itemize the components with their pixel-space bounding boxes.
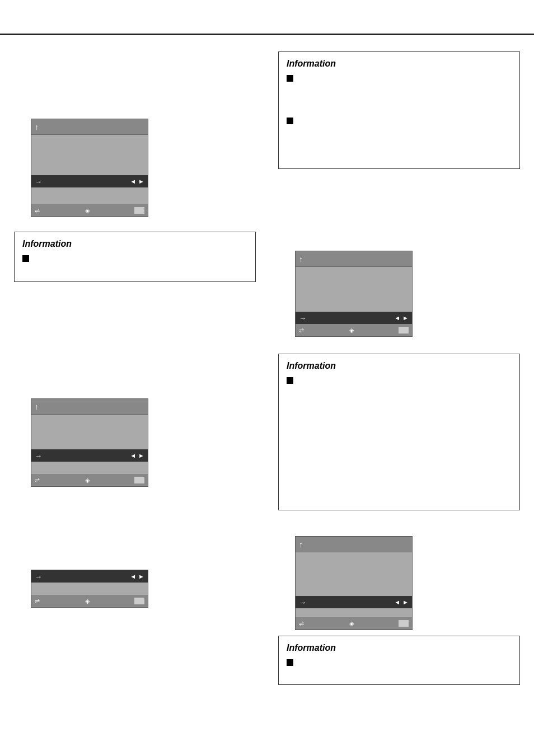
row2-right-spacer (278, 228, 520, 245)
ui-panel-5: ↑ → ◄ ► ⇌ ◈ (295, 536, 413, 630)
panel5-body (296, 552, 412, 596)
info-box-1: Information (278, 51, 520, 169)
panel3-right-arrow: → (35, 452, 42, 460)
row1-left-text (14, 46, 256, 113)
panel1-nav-left[interactable]: ◄ (130, 178, 136, 185)
info-box-3-bullet-square-1 (287, 377, 293, 384)
panel3-body (31, 415, 148, 449)
info-box-1-bullet-2 (287, 116, 512, 144)
panel4-bottom-bar: ⇌ ◈ (31, 595, 148, 607)
panel4-icon-swap: ⇌ (35, 598, 40, 605)
row3-left-text (14, 348, 256, 393)
panel1-icon-swap: ⇌ (35, 207, 40, 214)
panel5-nav-arrows: ◄ ► (394, 599, 409, 605)
ui-panel-1: ↑ → ◄ ► ⇌ ◈ (31, 119, 148, 217)
panel1-lower-body (31, 187, 148, 204)
panel3-top-bar: ↑ (31, 399, 148, 415)
panel4-icon-rect (134, 598, 144, 604)
panel2-nav-arrows: ◄ ► (394, 314, 409, 321)
panel1-nav-right[interactable]: ► (138, 178, 144, 185)
panel3-icon-dot: ◈ (85, 477, 90, 484)
info-box-1-bullet-square-1 (287, 75, 293, 82)
row4-left-spacer (14, 519, 256, 564)
info-box-3-title: Information (287, 361, 512, 371)
panel1-bottom-bar: ⇌ ◈ (31, 204, 148, 217)
ui-panel-2: ↑ → ◄ ► ⇌ ◈ (295, 251, 413, 337)
ui-panel-4: → ◄ ► ⇌ ◈ (31, 570, 148, 608)
row2-left: Information (8, 223, 261, 342)
row1-right: Information (273, 40, 526, 223)
panel3-bottom-bar: ⇌ ◈ (31, 474, 148, 486)
panel3-up-arrow: ↑ (35, 402, 39, 411)
info-box-1-title: Information (287, 59, 512, 69)
row3-left: ↑ → ◄ ► ⇌ ◈ (8, 342, 261, 514)
panel5-lower-body (296, 608, 412, 617)
panel4-lower-body (31, 583, 148, 595)
panel4-nav-left[interactable]: ◄ (130, 573, 136, 580)
panel4-nav-right[interactable]: ► (138, 573, 144, 580)
panel2-right-arrow: → (299, 314, 306, 322)
panel4-middle-bar: → ◄ ► (31, 570, 148, 583)
info-box-1-bullet-square-2 (287, 118, 293, 124)
panel5-icon-rect (399, 620, 409, 627)
panel2-nav-right[interactable]: ► (402, 314, 409, 321)
panel5-right-arrow: → (299, 598, 306, 607)
info-box-3: Information (278, 354, 520, 510)
info-box-1-bullet-1 (287, 73, 512, 96)
panel2-icon-dot: ◈ (349, 327, 354, 334)
row4-right: ↑ → ◄ ► ⇌ ◈ Information (273, 514, 526, 688)
panel5-nav-right[interactable]: ► (402, 599, 409, 605)
panel1-nav-arrows: ◄ ► (130, 178, 144, 185)
panel2-up-arrow: ↑ (299, 255, 303, 264)
panel2-body (296, 267, 412, 312)
info-box-4: Information (278, 636, 520, 685)
info-box-4-title: Information (287, 643, 512, 653)
ui-panel-3: ↑ → ◄ ► ⇌ ◈ (31, 398, 148, 487)
panel2-nav-left[interactable]: ◄ (394, 314, 400, 321)
panel2-icon-swap: ⇌ (299, 327, 304, 334)
panel2-bottom-bar: ⇌ ◈ (296, 324, 412, 336)
panel5-middle-bar: → ◄ ► (296, 596, 412, 608)
panel3-icon-swap: ⇌ (35, 477, 40, 484)
panel3-nav-arrows: ◄ ► (130, 452, 144, 459)
panel4-right-arrow: → (35, 572, 42, 581)
panel3-nav-right[interactable]: ► (138, 452, 144, 459)
info-box-1-spacer (287, 99, 512, 116)
panel4-nav-arrows: ◄ ► (130, 573, 144, 580)
panel3-nav-left[interactable]: ◄ (130, 452, 136, 459)
panel1-icon-rect (134, 207, 144, 214)
info-box-2-bullet-1 (22, 253, 247, 270)
row4-right-spacer (278, 519, 520, 530)
row3-right: Information (273, 342, 526, 514)
row4-left: → ◄ ► ⇌ ◈ (8, 514, 261, 688)
panel1-right-arrow: → (35, 177, 42, 186)
info-box-2-title: Information (22, 239, 247, 249)
panel1-middle-bar: → ◄ ► (31, 175, 148, 187)
panel5-nav-left[interactable]: ◄ (394, 599, 400, 605)
panel5-icon-dot: ◈ (349, 620, 354, 627)
panel5-top-bar: ↑ (296, 537, 412, 552)
panel5-icon-swap: ⇌ (299, 620, 304, 627)
row1-left: ↑ → ◄ ► ⇌ ◈ (8, 40, 261, 223)
row2-right: ↑ → ◄ ► ⇌ ◈ (273, 223, 526, 342)
panel2-icon-rect (399, 327, 409, 334)
info-box-3-bullet-1 (287, 375, 512, 487)
info-box-2: Information (14, 232, 256, 282)
panel5-up-arrow: ↑ (299, 540, 303, 549)
panel5-bottom-bar: ⇌ ◈ (296, 617, 412, 630)
info-box-4-bullet-1 (287, 658, 512, 674)
panel4-icon-dot: ◈ (85, 598, 90, 605)
panel1-icon-dot: ◈ (85, 207, 90, 214)
panel3-icon-rect (134, 477, 144, 483)
panel3-lower-body (31, 462, 148, 474)
info-box-2-bullet-square-1 (22, 255, 29, 262)
info-box-4-bullet-square-1 (287, 659, 293, 666)
panel2-top-bar: ↑ (296, 251, 412, 267)
panel2-middle-bar: → ◄ ► (296, 312, 412, 324)
panel3-middle-bar: → ◄ ► (31, 449, 148, 462)
panel1-body (31, 135, 148, 175)
panel1-top-bar: ↑ (31, 119, 148, 135)
panel1-up-arrow: ↑ (35, 123, 39, 132)
